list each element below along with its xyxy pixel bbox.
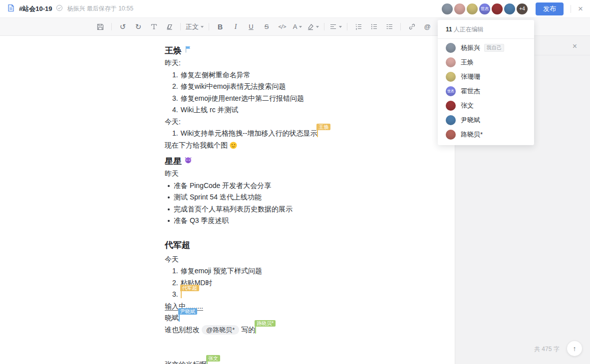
- close-icon[interactable]: ×: [578, 4, 583, 13]
- titlebar-divider: [571, 5, 571, 13]
- clear-format-icon[interactable]: [163, 21, 175, 33]
- paragraph: 张文的光标啊张文: [165, 359, 445, 364]
- section-heading: 王焕: [165, 44, 445, 57]
- remote-cursor-wanghuan: 王焕: [317, 129, 318, 137]
- title-bar: #站会10-19 杨振兴 最后保存于 10:55 世杰 +4 发布 ×: [0, 0, 590, 18]
- avatar[interactable]: [467, 3, 478, 14]
- list-number: 3.: [172, 289, 178, 301]
- avatar[interactable]: [454, 3, 465, 14]
- cursor-label: 张文: [206, 355, 220, 362]
- italic-icon[interactable]: I: [230, 21, 242, 33]
- panel-close-icon[interactable]: ×: [573, 42, 577, 51]
- redo-icon[interactable]: ↻: [132, 21, 144, 33]
- bold-icon[interactable]: B: [214, 21, 226, 33]
- publish-button[interactable]: 发布: [536, 2, 564, 15]
- editor-name: 路晓贝*: [461, 130, 483, 139]
- editor-count: 11: [446, 26, 452, 33]
- devil-emoji: [184, 155, 192, 168]
- avatar: 世杰: [446, 86, 456, 96]
- bullet-list-icon[interactable]: [368, 21, 380, 33]
- alignment-icon[interactable]: [329, 21, 342, 33]
- list-text: 修复emoji 预览下样式问题: [181, 265, 262, 277]
- editor-list-item[interactable]: 尹晓斌: [438, 113, 534, 127]
- font-color-glyph: A: [293, 23, 297, 30]
- editor-list-item[interactable]: 世杰 霍世杰: [438, 84, 534, 98]
- chevron-down-icon: [339, 26, 342, 28]
- editor-list-item[interactable]: 路晓贝*: [438, 127, 534, 142]
- avatar[interactable]: [492, 3, 503, 14]
- avatar: [446, 72, 456, 82]
- list-item: 3. 代军超: [165, 289, 445, 301]
- section-heading: 星星: [165, 155, 445, 168]
- avatar: [446, 101, 456, 111]
- heading-text: 星星: [165, 155, 182, 168]
- paragraph: 现在下方给我截个图: [165, 140, 445, 153]
- titlebar-right: 世杰 +4 发布 ×: [442, 2, 583, 15]
- editor-list-item[interactable]: 张珊珊: [438, 69, 534, 84]
- mention-chip[interactable]: @路晓贝*: [202, 325, 239, 335]
- toolbar-separator: [209, 23, 209, 30]
- editor-name: 张文: [461, 101, 474, 110]
- editor-list-item[interactable]: 张文: [438, 98, 534, 113]
- editor-name: 杨振兴: [461, 43, 480, 52]
- list-number: 1.: [172, 69, 178, 81]
- editor-name: 张珊珊: [461, 72, 480, 81]
- document-icon: [7, 4, 15, 14]
- chevron-down-icon: [316, 26, 319, 28]
- editor-count-label: 人正在编辑: [454, 26, 484, 33]
- list-number: 4.: [172, 104, 178, 116]
- paragraph-style-select[interactable]: 正文: [186, 21, 204, 33]
- titlebar-left: #站会10-19 杨振兴 最后保存于 10:55: [7, 4, 133, 14]
- list-item: 1.修复左侧树重命名异常: [165, 69, 445, 81]
- paragraph: 晓斌尹晓斌: [165, 312, 445, 324]
- list-text: Wiki上线 rc 并测试: [181, 104, 239, 116]
- strikethrough-icon[interactable]: S: [261, 21, 273, 33]
- list-item: 准备 Q3 季度述职: [165, 215, 445, 227]
- mention-icon[interactable]: @: [421, 21, 433, 33]
- inline-code-icon[interactable]: </>: [276, 21, 288, 33]
- document-content: 王焕 昨天: 1.修复左侧树重命名异常 2.修复wiki中emoji表情无法搜索…: [165, 36, 445, 364]
- list-item: 完成首页个人草稿列表历史数据的展示: [165, 203, 445, 215]
- list-number: 2.: [172, 81, 178, 93]
- avatar[interactable]: [442, 3, 453, 14]
- remote-cursor-daijunchao: 代军超: [181, 290, 182, 298]
- chevron-down-icon: [299, 26, 302, 28]
- font-color-icon[interactable]: A: [292, 21, 303, 33]
- empty-line: [165, 336, 445, 348]
- editors-list: 杨振兴 我自己 王焕 张珊珊 世杰 霍世杰 张文 尹晓斌 路晓贝*: [438, 39, 534, 142]
- format-painter-icon[interactable]: [148, 21, 160, 33]
- underline-icon[interactable]: U: [245, 21, 257, 33]
- editors-popover: 11人正在编辑 杨振兴 我自己 王焕 张珊珊 世杰 霍世杰 张文 尹晓斌: [438, 20, 534, 145]
- list-text: 修复emoji使用enter选中第二行报错问题: [181, 93, 304, 105]
- list-number: 2.: [172, 277, 178, 289]
- avatar: [446, 43, 456, 53]
- editor-list-item[interactable]: 王焕: [438, 55, 534, 69]
- avatar: [446, 115, 456, 125]
- blue-flag-emoji: [184, 44, 192, 57]
- save-icon[interactable]: [94, 21, 106, 33]
- avatar: [446, 57, 456, 67]
- task-list-icon[interactable]: [383, 21, 395, 33]
- list-item: 3.修复emoji使用enter选中第二行报错问题: [165, 93, 445, 105]
- paragraph: 谁也别想改@路晓贝*写的路晓贝*: [165, 324, 445, 336]
- avatar[interactable]: [504, 3, 515, 14]
- avatar[interactable]: 世杰: [479, 3, 490, 14]
- editor-name: 霍世杰: [461, 87, 480, 96]
- cursor-label: 尹晓斌: [178, 308, 197, 315]
- link-icon[interactable]: [406, 21, 418, 33]
- back-to-top-button[interactable]: ↑: [567, 341, 582, 356]
- list-number: 1.: [172, 265, 178, 277]
- highlight-color-icon[interactable]: [307, 21, 319, 33]
- editor-name: 王焕: [461, 58, 474, 67]
- self-badge: 我自己: [484, 44, 504, 52]
- document-title: #站会10-19: [19, 4, 52, 13]
- section-heading: 代军超: [165, 239, 445, 252]
- remote-cursor-yinxiaobin: 尹晓斌: [179, 314, 180, 322]
- ordered-list-icon[interactable]: [352, 21, 364, 33]
- editor-list-item[interactable]: 杨振兴 我自己: [438, 40, 534, 55]
- avatar-overflow[interactable]: +4: [517, 3, 528, 14]
- document-editor[interactable]: 王焕 昨天: 1.修复左侧树重命名异常 2.修复wiki中emoji表情无法搜索…: [0, 36, 455, 364]
- list-item: 2.修复wiki中emoji表情无法搜索问题: [165, 81, 445, 93]
- list-number: 3.: [172, 93, 178, 105]
- undo-icon[interactable]: ↺: [117, 21, 129, 33]
